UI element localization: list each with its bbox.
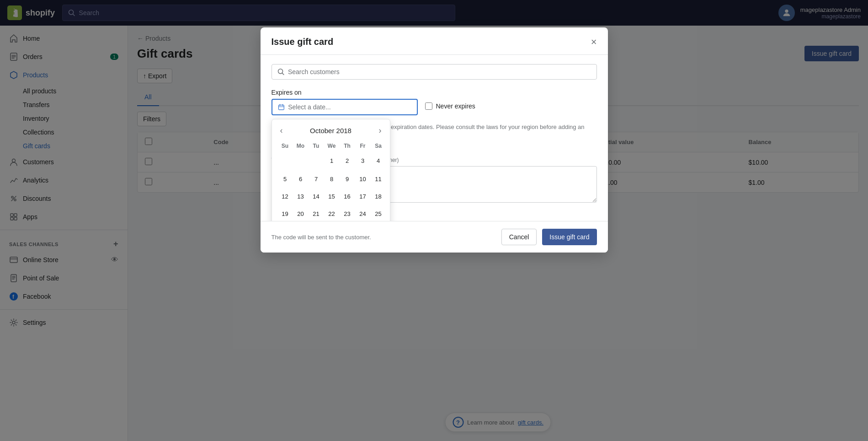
svg-point-16 [278, 69, 282, 74]
date-input-wrapper: ‹ October 2018 › Su Mo Tu We [272, 99, 418, 115]
cal-day[interactable]: 23 [341, 207, 354, 220]
cal-day[interactable]: 19 [278, 207, 292, 220]
cal-day[interactable]: 6 [294, 172, 308, 186]
modal-close-button[interactable]: × [591, 37, 597, 47]
expires-row: ‹ October 2018 › Su Mo Tu We [272, 99, 597, 115]
cal-day[interactable]: 11 [372, 172, 385, 186]
cal-day[interactable]: 17 [356, 189, 370, 203]
cal-day[interactable]: 22 [325, 207, 339, 220]
cal-dow-6: Sa [371, 141, 386, 151]
cancel-button[interactable]: Cancel [501, 229, 537, 245]
cal-prev-button[interactable]: ‹ [277, 125, 286, 136]
cal-dow-2: Tu [309, 141, 324, 151]
cal-day[interactable]: 3 [356, 154, 370, 167]
modal-title: Issue gift card [272, 37, 334, 47]
search-customers-input[interactable] [288, 68, 591, 75]
search-customers-field[interactable] [272, 64, 597, 80]
cal-day[interactable]: 5 [278, 172, 292, 186]
cal-day[interactable]: 4 [372, 154, 385, 167]
modal-header: Issue gift card × [261, 27, 608, 55]
calendar-icon [278, 103, 285, 111]
cal-day[interactable]: 25 [372, 207, 385, 220]
cal-day[interactable]: 13 [294, 189, 308, 203]
cal-dow-1: Mo [293, 141, 309, 151]
cal-day[interactable]: 16 [341, 189, 354, 203]
expires-label: Expires on [272, 89, 597, 96]
modal-body: Expires on ‹ October 2018 [261, 55, 608, 221]
cal-next-button[interactable]: › [376, 125, 384, 136]
date-input-field[interactable] [288, 103, 411, 111]
cal-day[interactable]: 8 [325, 172, 339, 186]
cal-grid: Su Mo Tu We Th Fr Sa [277, 141, 386, 221]
cal-dow-4: Th [340, 141, 355, 151]
search-customers-icon [277, 68, 284, 75]
svg-rect-17 [278, 105, 284, 110]
cal-week-3: 12 13 14 15 16 17 18 [277, 188, 386, 205]
cal-day[interactable]: 21 [309, 207, 323, 220]
cal-day[interactable]: 10 [356, 172, 370, 186]
cal-day[interactable]: 18 [372, 189, 385, 203]
never-expires-label: Never expires [436, 102, 475, 110]
cal-day[interactable]: 24 [356, 207, 370, 220]
cal-day[interactable]: 1 [325, 154, 339, 167]
cal-day[interactable]: 7 [309, 172, 323, 186]
footer-actions: Cancel Issue gift card [501, 229, 597, 245]
modal-overlay: Issue gift card × Expires on [0, 0, 868, 441]
cal-dow-0: Su [277, 141, 293, 151]
never-expires-row: Never expires [425, 102, 475, 110]
cal-week-1: 1 2 3 4 [277, 151, 386, 170]
date-input[interactable] [272, 99, 418, 115]
modal-issue-gift-card-button[interactable]: Issue gift card [542, 229, 596, 245]
cal-day[interactable]: 15 [325, 189, 339, 203]
cal-month: October 2018 [310, 127, 351, 134]
cal-header: ‹ October 2018 › [277, 125, 384, 136]
cal-day[interactable]: 9 [341, 172, 354, 186]
cal-dow-3: We [324, 141, 340, 151]
footer-note: The code will be sent to the customer. [272, 234, 371, 241]
cal-day-empty [294, 153, 308, 167]
never-expires-checkbox[interactable] [425, 102, 432, 110]
issue-gift-card-modal: Issue gift card × Expires on [261, 27, 608, 253]
cal-day-empty [309, 153, 323, 167]
cal-day-empty [278, 153, 292, 167]
modal-footer: The code will be sent to the customer. C… [261, 221, 608, 253]
cal-day[interactable]: 12 [278, 189, 292, 203]
cal-dow-5: Fr [355, 141, 371, 151]
cal-day[interactable]: 14 [309, 189, 323, 203]
cal-day[interactable]: 20 [294, 207, 308, 220]
calendar: ‹ October 2018 › Su Mo Tu We [272, 119, 390, 221]
cal-week-2: 5 6 7 8 9 10 11 [277, 170, 386, 188]
cal-day[interactable]: 2 [341, 154, 354, 167]
cal-week-4: 19 20 21 22 23 24 25 [277, 205, 386, 221]
